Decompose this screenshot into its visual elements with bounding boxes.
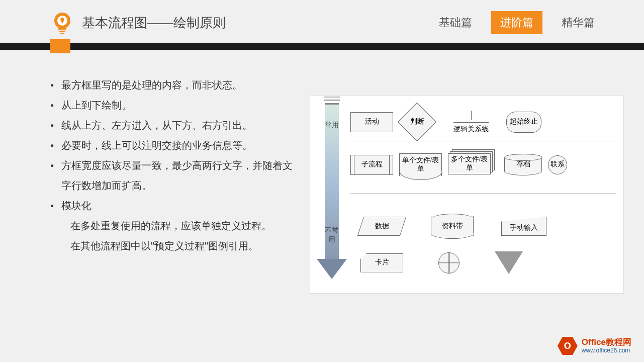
tab-bar: 基础篇 进阶篇 精华篇 <box>430 11 604 34</box>
manual-input-shape: 手动输入 <box>501 217 546 236</box>
list-item: 从上到下绘制。 <box>50 95 300 115</box>
multi-document-shape: 多个文件/表单 <box>448 153 491 176</box>
lightbulb-icon <box>50 11 74 35</box>
list-subitem: 在其他流程图中以"预定义过程"图例引用。 <box>50 236 300 256</box>
subprocess-shape: 子流程 <box>350 155 393 175</box>
decision-shape: 判断 <box>398 103 437 142</box>
triangle-shape <box>495 251 523 274</box>
accent-block <box>50 39 70 53</box>
flowchart-symbols-diagram: 常用 不常用 活动 判断 逻辑关系线 起始终止 子流程 单个文件/表单 多个文件… <box>310 95 624 294</box>
page-title: 基本流程图——绘制原则 <box>82 14 430 32</box>
document-shape: 单个文件/表单 <box>399 153 442 176</box>
list-item: 最方框里写的是处理的内容，而非状态。 <box>50 75 300 95</box>
list-item: 方框宽度应该尽量一致，最少高两行文字，并随着文字行数增加而扩高。 <box>50 155 300 196</box>
separator-line <box>350 141 616 141</box>
diagram-row-2: 子流程 单个文件/表单 多个文件/表单 存档 联系 <box>350 153 618 176</box>
list-item: 模块化 <box>50 196 300 216</box>
office-hex-icon: O <box>558 336 578 356</box>
diagram-row-4: 卡片 <box>350 251 618 274</box>
tab-basic[interactable]: 基础篇 <box>430 11 481 34</box>
card-shape: 卡片 <box>360 253 403 273</box>
content-area: 最方框里写的是处理的内容，而非状态。 从上到下绘制。 线从上方、左方进入，从下方… <box>0 50 644 294</box>
tab-advanced[interactable]: 进阶篇 <box>491 11 542 34</box>
connector-shape: 联系 <box>548 155 567 174</box>
list-subitem: 在多处重复使用的流程，应该单独定义过程。 <box>50 216 300 236</box>
divider-bar <box>0 43 644 50</box>
logic-line-shape: 逻辑关系线 <box>453 111 489 134</box>
diagram-row-1: 活动 判断 逻辑关系线 起始终止 <box>350 108 618 136</box>
terminator-shape: 起始终止 <box>506 112 541 133</box>
list-item: 线从上方、左方进入，从下方、右方引出。 <box>50 115 300 135</box>
cross-circle-shape <box>438 252 459 274</box>
separator-line <box>350 194 616 194</box>
storage-shape: 存档 <box>504 154 542 175</box>
logo-title: Office教程网 <box>582 338 631 347</box>
header: 基本流程图——绘制原则 基础篇 进阶篇 精华篇 <box>0 0 644 40</box>
arrow-label-common: 常用 <box>325 121 339 130</box>
footer-logo: O Office教程网 www.office26.com <box>558 336 631 356</box>
tab-essence[interactable]: 精华篇 <box>553 11 604 34</box>
data-shape: 数据 <box>357 217 406 236</box>
svg-rect-2 <box>60 33 64 34</box>
principles-list: 最方框里写的是处理的内容，而非状态。 从上到下绘制。 线从上方、左方进入，从下方… <box>50 75 300 294</box>
tape-shape: 资料带 <box>431 216 474 236</box>
logo-url: www.office26.com <box>582 347 631 354</box>
diagram-row-3: 数据 资料带 手动输入 <box>350 216 618 236</box>
activity-shape: 活动 <box>350 112 393 132</box>
arrow-label-uncommon: 不常用 <box>325 226 339 244</box>
svg-rect-1 <box>59 31 65 32</box>
list-item: 必要时，线上可以注明交接的业务信息等。 <box>50 135 300 155</box>
usage-arrow: 常用 不常用 <box>319 103 344 284</box>
